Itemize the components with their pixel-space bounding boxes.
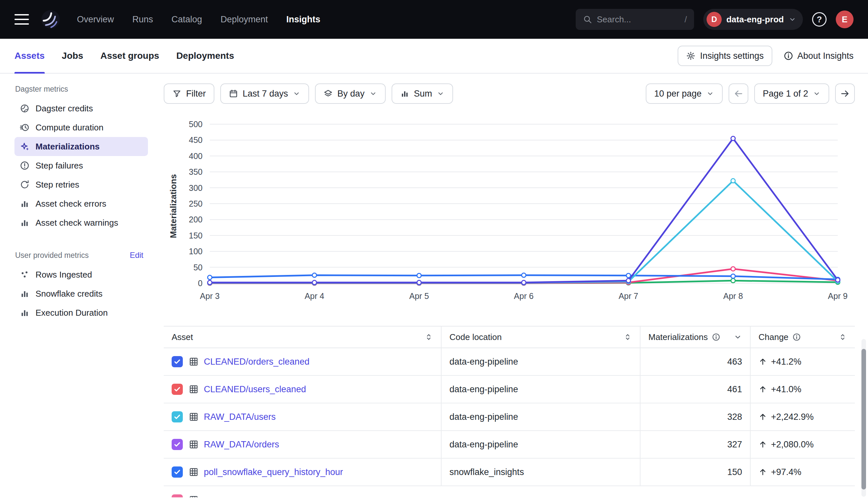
sort-icon[interactable] xyxy=(424,333,433,341)
row-checkbox[interactable] xyxy=(171,356,183,367)
row-checkbox[interactable] xyxy=(171,467,183,477)
table-scrollbar-thumb[interactable] xyxy=(861,349,866,489)
svg-text:400: 400 xyxy=(189,152,203,161)
edit-metrics-link[interactable]: Edit xyxy=(130,251,143,260)
search-field[interactable] xyxy=(597,14,680,25)
group-by-button[interactable]: By day xyxy=(315,83,386,104)
prev-page-button[interactable] xyxy=(729,83,748,104)
change-cell: +41.2% xyxy=(751,348,855,375)
column-header-materializations[interactable]: Materializations xyxy=(640,327,751,348)
nav-item-deployment[interactable]: Deployment xyxy=(221,14,268,25)
asset-link[interactable]: poll_snowflake_query_history_hour xyxy=(204,467,343,477)
nav-item-runs[interactable]: Runs xyxy=(132,14,153,25)
org-name: data-eng-prod xyxy=(726,14,784,25)
code-location-cell: data-eng-pipeline xyxy=(442,348,640,375)
sort-icon[interactable] xyxy=(839,333,847,341)
sidebar-item-dagster-credits[interactable]: Dagster credits xyxy=(14,99,148,118)
info-icon[interactable] xyxy=(792,333,801,341)
chevron-down-icon[interactable] xyxy=(733,333,742,341)
retry-icon xyxy=(20,180,29,189)
column-header-asset[interactable]: Asset xyxy=(164,327,442,348)
asset-grid-icon xyxy=(189,412,199,422)
sidebar-item-label: Step failures xyxy=(36,161,83,171)
sidebar-item-label: Compute duration xyxy=(36,122,104,133)
asset-link[interactable]: CLEANED/users_cleaned xyxy=(204,384,306,394)
next-page-button[interactable] xyxy=(835,83,855,104)
svg-text:Apr 5: Apr 5 xyxy=(409,291,429,301)
asset-link[interactable]: RAW_DATA/users xyxy=(204,412,276,422)
sidebar-item-label: Step retries xyxy=(36,180,79,190)
search-input[interactable]: / xyxy=(576,9,694,30)
sidebar-item-compute-duration[interactable]: Compute duration xyxy=(14,118,148,137)
user-avatar[interactable]: E xyxy=(836,11,854,28)
tab-label: Assets xyxy=(14,51,45,61)
sort-icon[interactable] xyxy=(623,333,632,341)
tab-deployments[interactable]: Deployments xyxy=(176,39,234,73)
user-metrics-title: User provided metrics xyxy=(15,251,89,260)
nav-item-overview[interactable]: Overview xyxy=(77,14,114,25)
page-indicator-label: Page 1 of 2 xyxy=(763,89,808,99)
help-icon[interactable]: ? xyxy=(812,12,827,27)
org-badge: D xyxy=(706,12,722,27)
column-label: Change xyxy=(758,332,789,342)
clock-icon xyxy=(20,122,29,132)
sidebar-item-rows-ingested[interactable]: Rows Ingested xyxy=(14,265,148,284)
asset-link[interactable]: RAW_DATA/orders xyxy=(204,440,279,450)
about-insights-link[interactable]: About Insights xyxy=(783,51,854,61)
aggregation-button[interactable]: Sum xyxy=(392,83,454,104)
tab-asset-groups[interactable]: Asset groups xyxy=(100,39,159,73)
nav-item-insights[interactable]: Insights xyxy=(286,14,321,25)
table-row: poll_snowflake_query_history_hour snowfl… xyxy=(164,459,855,486)
sidebar-item-step-retries[interactable]: Step retries xyxy=(14,175,148,194)
column-header-code-location[interactable]: Code location xyxy=(442,327,640,348)
sidebar-item-asset-check-warnings[interactable]: Asset check warnings xyxy=(14,213,148,232)
search-icon xyxy=(583,15,592,24)
svg-text:500: 500 xyxy=(189,120,203,129)
asset-grid-icon xyxy=(189,440,199,449)
nav-item-catalog[interactable]: Catalog xyxy=(171,14,202,25)
info-icon[interactable] xyxy=(712,333,720,341)
change-value: +41.0% xyxy=(771,384,801,394)
filter-label: Filter xyxy=(186,89,206,99)
tab-jobs[interactable]: Jobs xyxy=(62,39,83,73)
filter-button[interactable]: Filter xyxy=(164,83,214,104)
row-checkbox[interactable] xyxy=(171,494,183,497)
code-location-cell: data-eng-pipeline xyxy=(442,431,640,458)
svg-text:350: 350 xyxy=(189,167,203,176)
primary-nav: Overview Runs Catalog Deployment Insight… xyxy=(77,14,320,25)
about-insights-label: About Insights xyxy=(797,51,854,61)
page-indicator-button[interactable]: Page 1 of 2 xyxy=(754,83,829,104)
svg-text:Apr 6: Apr 6 xyxy=(514,291,534,301)
menu-icon[interactable] xyxy=(14,14,29,25)
bar-chart-icon xyxy=(20,308,29,318)
per-page-button[interactable]: 10 per page xyxy=(646,83,723,104)
org-switcher[interactable]: D data-eng-prod xyxy=(703,9,803,30)
arrow-up-icon xyxy=(758,385,767,394)
asset-link[interactable]: CLEANED/orders_cleaned xyxy=(204,357,309,367)
insights-settings-button[interactable]: Insights settings xyxy=(678,45,772,66)
dagster-logo[interactable] xyxy=(40,9,61,30)
sidebar-item-execution-duration[interactable]: Execution Duration xyxy=(14,303,148,322)
dagster-metrics-title: Dagster metrics xyxy=(15,85,68,94)
bar-chart-icon xyxy=(20,199,29,209)
table-row: CLEANED/users_cleaned data-eng-pipeline … xyxy=(164,376,855,403)
svg-text:150: 150 xyxy=(189,231,203,240)
per-page-label: 10 per page xyxy=(654,89,702,99)
change-cell: +2,080.0% xyxy=(751,431,855,458)
row-checkbox[interactable] xyxy=(171,384,183,395)
row-checkbox[interactable] xyxy=(171,411,183,422)
sidebar-item-asset-check-errors[interactable]: Asset check errors xyxy=(14,194,148,213)
materializations-cell: 461 xyxy=(640,376,751,403)
column-header-change[interactable]: Change xyxy=(751,327,855,348)
sidebar-item-materializations[interactable]: Materializations xyxy=(14,137,148,156)
code-location-cell: data-eng-pipeline xyxy=(442,376,640,403)
sidebar-item-label: Snowflake credits xyxy=(36,289,103,299)
sidebar-item-snowflake-credits[interactable]: Snowflake credits xyxy=(14,284,148,303)
sidebar-item-step-failures[interactable]: Step failures xyxy=(14,156,148,175)
sidebar-item-label: Asset check warnings xyxy=(36,218,118,228)
date-range-button[interactable]: Last 7 days xyxy=(220,83,309,104)
row-checkbox[interactable] xyxy=(171,439,183,450)
tab-assets[interactable]: Assets xyxy=(14,39,45,73)
svg-text:Apr 4: Apr 4 xyxy=(305,291,324,301)
table-row: CLEANED/orders_cleaned data-eng-pipeline… xyxy=(164,348,855,376)
